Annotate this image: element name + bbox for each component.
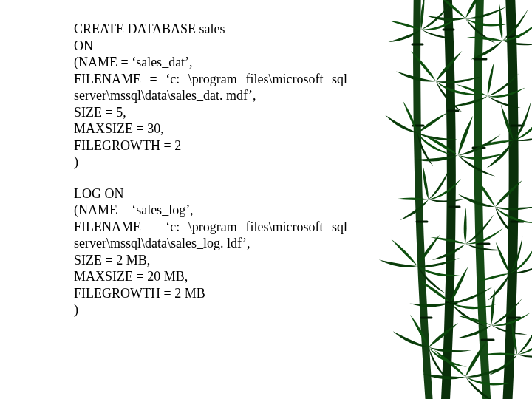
- code-line: ): [74, 301, 347, 318]
- code-line: MAXSIZE = 20 MB,: [74, 268, 347, 285]
- code-line: SIZE = 5,: [74, 104, 347, 121]
- bamboo-decoration: [377, 0, 532, 399]
- code-line: FILEGROWTH = 2 MB: [74, 285, 347, 302]
- create-database-block: CREATE DATABASE sales ON (NAME = ‘sales_…: [74, 21, 347, 171]
- code-line: (NAME = ‘sales_log’,: [74, 202, 347, 219]
- code-line: ON: [74, 38, 347, 55]
- code-line: MAXSIZE = 30,: [74, 120, 347, 137]
- code-line: FILENAME = ‘c: \program files\microsoft …: [74, 219, 347, 236]
- code-line: ): [74, 154, 347, 171]
- code-line: FILENAME = ‘c: \program files\microsoft …: [74, 71, 347, 88]
- code-line: CREATE DATABASE sales: [74, 21, 347, 38]
- code-line: (NAME = ‘sales_dat’,: [74, 54, 347, 71]
- code-line: FILEGROWTH = 2: [74, 137, 347, 154]
- bamboo-icon: [377, 0, 532, 399]
- code-line: LOG ON: [74, 185, 347, 202]
- code-line: server\mssql\data\sales_dat. mdf’,: [74, 87, 347, 104]
- log-on-block: LOG ON (NAME = ‘sales_log’, FILENAME = ‘…: [74, 185, 347, 318]
- code-line: server\mssql\data\sales_log. ldf’,: [74, 235, 347, 252]
- code-line: SIZE = 2 MB,: [74, 252, 347, 269]
- sql-code-text: CREATE DATABASE sales ON (NAME = ‘sales_…: [74, 21, 347, 333]
